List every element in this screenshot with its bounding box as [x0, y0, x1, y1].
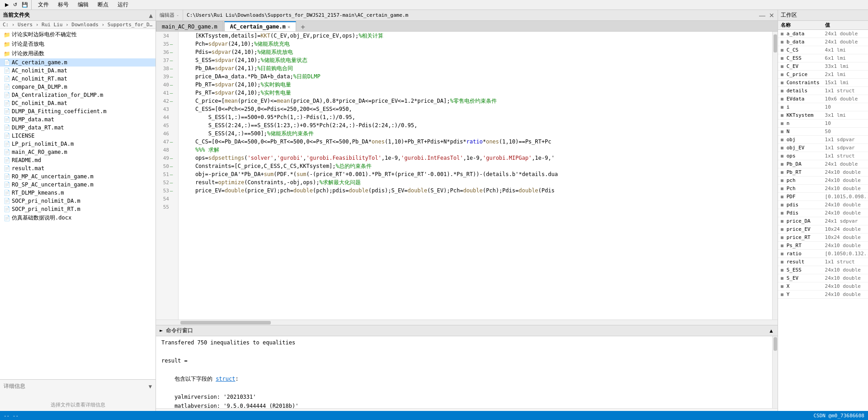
tab-add-btn[interactable]: +	[297, 23, 309, 31]
tab-close-btn[interactable]: ✕	[288, 24, 291, 30]
code-line-34[interactable]: [KKTsystem,details]=KKT(C_EV,obj_EV,pric…	[180, 32, 772, 40]
code-line-39[interactable]: price_DA=a_data.*Pb_DA+b_data;%日前DLMP	[180, 72, 772, 81]
editor-scrollbar-h[interactable]	[156, 320, 778, 325]
workspace-row[interactable]: ■ ops1x1 struct	[778, 152, 868, 160]
workspace-row[interactable]: ■ S_ESS24x10 double	[778, 266, 868, 274]
workspace-row[interactable]: ■ Constraints15x1 lmi	[778, 79, 868, 87]
workspace-row[interactable]: ■ X24x10 double	[778, 282, 868, 291]
tree-file-19[interactable]: 📄 SOCP_pri_nolimit_RT.m	[0, 205, 156, 213]
workspace-row[interactable]: ■ pch24x10 double	[778, 177, 868, 185]
workspace-row[interactable]: ■ n10	[778, 119, 868, 128]
workspace-row[interactable]: ■ pdis24x10 double	[778, 201, 868, 209]
code-line-48[interactable]: %%% 求解	[180, 146, 772, 154]
editor-close-btn[interactable]: ✕	[768, 12, 776, 19]
tree-file-17[interactable]: 📄 RT_DLMP_kmeans.m	[0, 189, 156, 197]
cmd-struct-link[interactable]: struct	[216, 376, 235, 382]
tree-file-13[interactable]: 📄 README.md	[0, 156, 156, 164]
workspace-row[interactable]: ■ C_CS4x1 lmi	[778, 46, 868, 54]
tree-file-14[interactable]: 📄 result.mat	[0, 164, 156, 172]
tree-file-18[interactable]: 📄 SOCP_pri_nolimit_DA.m	[0, 197, 156, 205]
workspace-row[interactable]: ■ result1x1 struct	[778, 258, 868, 266]
code-line-37[interactable]: S_ESS=sdpvar(24,10);%储能系统电量状态	[180, 56, 772, 64]
cmd-scrollbar[interactable]	[772, 336, 778, 408]
workspace-row[interactable]: ■ Pdis24x10 double	[778, 209, 868, 217]
workspace-row[interactable]: ■ Pch24x10 double	[778, 185, 868, 193]
workspace-row[interactable]: ■ Y24x10 double	[778, 291, 868, 299]
tree-file-20[interactable]: 📄 仿真基础数据说明.docx	[0, 213, 156, 223]
tree-file-10[interactable]: 📄 LICENSE	[0, 132, 156, 140]
code-content[interactable]: [KKTsystem,details]=KKT(C_EV,obj_EV,pric…	[179, 32, 772, 320]
menu-label[interactable]: 标号	[55, 1, 71, 9]
workspace-row[interactable]: ■ Pb_RT24x10 double	[778, 168, 868, 177]
workspace-row[interactable]: ■ S_EV24x10 double	[778, 274, 868, 282]
code-line-38[interactable]: Pb_DA=sdpvar(24,1);%日前购电合同	[180, 64, 772, 72]
left-panel-close[interactable]: ▲	[149, 12, 153, 19]
workspace-row[interactable]: ■ a_data24x1 double	[778, 30, 868, 38]
toolbar-btn-1[interactable]: ▶	[4, 1, 10, 8]
menu-edit[interactable]: 编辑	[75, 1, 91, 9]
tree-folder-2[interactable]: 📁 讨论是否放电	[0, 39, 156, 49]
tree-file-7[interactable]: 📄 DLMP_DA_Fitting_coefficient.m	[0, 107, 156, 115]
workspace-row[interactable]: ■ N50	[778, 128, 868, 136]
code-line-52[interactable]: result=optimize(Constraints,-obj,ops);%求…	[180, 178, 772, 186]
tree-file-3[interactable]: 📄 AC_nolimit_RT.mat	[0, 75, 156, 83]
toolbar-btn-2[interactable]: ↺	[12, 1, 19, 8]
tree-file-6[interactable]: 📄 DC_nolimit_DA.mat	[0, 99, 156, 107]
menu-file[interactable]: 文件	[35, 1, 52, 9]
tree-file-12[interactable]: 📄 main_AC_RO_game.m	[0, 148, 156, 156]
code-line-40[interactable]: Pb_RT=sdpvar(24,10);%实时购电量	[180, 81, 772, 89]
code-line-41[interactable]: Ps_RT=sdpvar(24,10);%实时售电量	[180, 89, 772, 97]
code-line-51[interactable]: obj=-price_DA'*Pb_DA+sum(PDF.*(sum(-(pri…	[180, 170, 772, 178]
tree-folder-1[interactable]: 📁 讨论实时边际电价不确定性	[0, 30, 156, 39]
tree-file-9[interactable]: 📄 DLMP_data_RT.mat	[0, 124, 156, 132]
tab-ac-certain[interactable]: AC_certain_game.m ✕	[224, 21, 296, 31]
code-line-36[interactable]: Pdis=sdpvar(24,10);%储能系统放电	[180, 48, 772, 56]
workspace-row[interactable]: ■ price_EV10x24 double	[778, 225, 868, 234]
workspace-row[interactable]: ■ obj_EV1x1 sdpvar	[778, 144, 868, 152]
editor-scrollbar-v[interactable]	[772, 32, 778, 320]
code-line-50[interactable]: Constraints=[C_price,C_ESS,C_CS,KKTsyste…	[180, 162, 772, 170]
code-line-42[interactable]: C_price=[mean(price_EV)<=mean(price_DA),…	[180, 97, 772, 105]
menu-run[interactable]: 运行	[115, 1, 131, 9]
code-line-55[interactable]	[180, 203, 772, 211]
code-line-43[interactable]: C_ESS=[0<=Pch<=250,0<=Pdis<=250,200<=S_E…	[180, 105, 772, 113]
workspace-row[interactable]: ■ Pb_DA24x1 double	[778, 160, 868, 168]
workspace-row[interactable]: ■ C_ESS6x1 lmi	[778, 54, 868, 62]
tree-file-8[interactable]: 📄 DLMP_data.mat	[0, 115, 156, 124]
cmd-output[interactable]: Transfered 750 inequalities to equalitie…	[156, 336, 772, 408]
editor-minimize-btn[interactable]: —	[758, 12, 767, 19]
workspace-row[interactable]: ■ C_EV33x1 lmi	[778, 62, 868, 71]
code-line-54[interactable]	[180, 195, 772, 203]
code-line-46[interactable]: S_ESS(24,:)==500];%储能系统约束条件	[180, 129, 772, 138]
tree-file-4[interactable]: 📄 compare_DA_DLMP.m	[0, 83, 156, 91]
code-line-44[interactable]: S_ESS(1,:)==500+0.95*Pch(1,:)-Pdis(1,:)/…	[180, 113, 772, 121]
workspace-row[interactable]: ■ PDF[0.1015,0.098...	[778, 193, 868, 201]
tree-file-16[interactable]: 📄 RO_SP_AC_uncertain_game.m	[0, 181, 156, 189]
workspace-row[interactable]: ■ ratio[0.1050;0.132...	[778, 250, 868, 258]
workspace-row[interactable]: ■ price_DA24x1 sdpvar	[778, 217, 868, 225]
workspace-row[interactable]: ■ price_RT10x24 double	[778, 234, 868, 242]
tree-file-2[interactable]: 📄 AC_nolimit_DA.mat	[0, 67, 156, 75]
workspace-row[interactable]: ■ details1x1 struct	[778, 87, 868, 95]
code-line-45[interactable]: S_ESS(2:24,:)==S_ESS(1:23,:)+0.95*Pch(2:…	[180, 121, 772, 129]
cmd-expand-btn[interactable]: ▲	[769, 328, 774, 334]
workspace-table-container[interactable]: 名称 值 ■ a_data24x1 double■ b_data24x1 dou…	[778, 21, 868, 420]
workspace-row[interactable]: ■ i10	[778, 103, 868, 111]
code-line-49[interactable]: ops=sdpsettings('solver','gurobi','gurob…	[180, 154, 772, 162]
tree-file-15[interactable]: 📄 RO_MP_AC_uncertain_game.m	[0, 172, 156, 181]
workspace-row[interactable]: ■ Ps_RT24x10 double	[778, 242, 868, 250]
workspace-row[interactable]: ■ b_data24x1 double	[778, 38, 868, 46]
tab-main-ac-ro[interactable]: main_AC_RO_game.m	[156, 21, 223, 31]
code-line-35[interactable]: Pch=sdpvar(24,10);%储能系统充电	[180, 40, 772, 48]
workspace-row[interactable]: ■ KKTsystem3x1 lmi	[778, 111, 868, 119]
workspace-row[interactable]: ■ obj1x1 sdpvar	[778, 136, 868, 144]
detail-title[interactable]: 详细信息 ▼	[4, 382, 152, 391]
tree-file-5[interactable]: 📄 DA_Centralization_for_DLMP.m	[0, 91, 156, 99]
cmd-scrollbar-thumb[interactable]	[774, 337, 777, 351]
workspace-row[interactable]: ■ C_price2x1 lmi	[778, 71, 868, 79]
toolbar-btn-3[interactable]: 💾	[20, 1, 29, 8]
scrollbar-thumb-v[interactable]	[774, 34, 777, 52]
workspace-row[interactable]: ■ EVdata10x6 double	[778, 95, 868, 103]
code-line-47[interactable]: C_CS=[0<=Pb_DA<=500,0<=Pb_RT<=500,0<=Ps_…	[180, 138, 772, 146]
tree-file-11[interactable]: 📄 LP_pri_nolimit_DA.m	[0, 140, 156, 148]
